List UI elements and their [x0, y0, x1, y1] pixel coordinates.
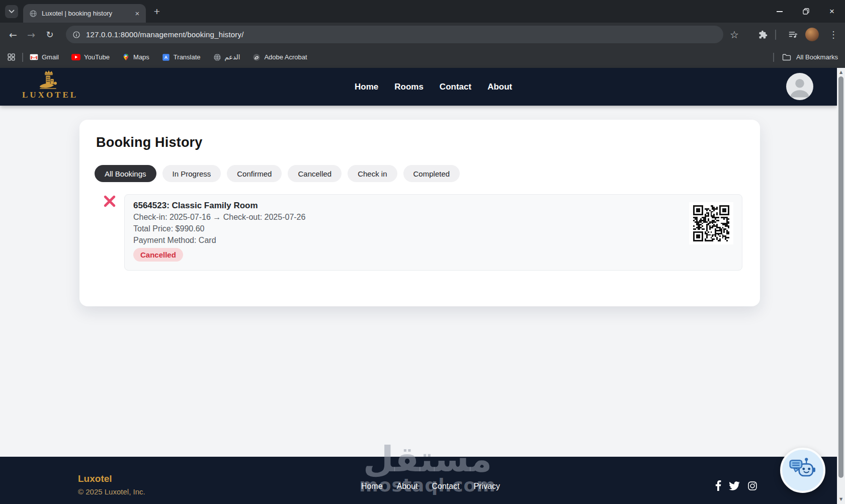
booking-dates: Check-in: 2025-07-16 → Check-out: 2025-0…	[133, 213, 305, 222]
window-minimize-button[interactable]	[767, 0, 793, 23]
qr-code-image	[693, 205, 729, 241]
nav-home[interactable]: Home	[355, 82, 378, 92]
bookmarks-bar: Gmail YouTube Maps A Translate الدعم Ado…	[0, 46, 845, 68]
back-button[interactable]: ←	[5, 23, 21, 46]
instagram-icon[interactable]	[747, 481, 757, 491]
minimize-icon	[777, 11, 783, 12]
address-bar[interactable]: 127.0.0.1:8000/management/booking_histor…	[66, 26, 723, 43]
twitter-icon[interactable]	[729, 481, 740, 490]
chatbot-button[interactable]	[780, 448, 825, 493]
tab-search-button[interactable]	[5, 5, 18, 18]
adobe-acrobat-icon	[252, 53, 261, 61]
browser-window: Luxotel | booking history × + × ← → ↻ 12…	[0, 0, 845, 504]
nav-contact[interactable]: Contact	[440, 82, 471, 92]
site-footer: Luxotel © 2025 Luxotel, Inc. Home About …	[0, 457, 837, 504]
site-info-icon[interactable]	[72, 31, 80, 39]
browser-menu-icon[interactable]: ⋮	[825, 23, 841, 46]
globe-favicon-icon	[29, 10, 37, 18]
footer-link-privacy[interactable]: Privacy	[474, 482, 500, 491]
apps-grid-icon[interactable]	[7, 53, 16, 61]
youtube-icon	[71, 54, 80, 60]
filter-completed[interactable]: Completed	[403, 165, 460, 182]
footer-copyright: © 2025 Luxotel, Inc.	[78, 487, 145, 496]
booking-history-card: Booking History All Bookings In Progress…	[79, 120, 760, 306]
tab-title: Luxotel | booking history	[42, 10, 128, 17]
robot-icon	[788, 456, 817, 485]
luxotel-building-icon	[34, 69, 62, 90]
window-restore-button[interactable]	[793, 0, 819, 23]
bookmark-adobe-acrobat[interactable]: Adobe Acrobat	[252, 53, 307, 61]
red-x-icon	[103, 194, 117, 208]
browser-profile-avatar[interactable]	[805, 28, 819, 41]
globe-icon	[213, 53, 221, 61]
filter-all-bookings[interactable]: All Bookings	[95, 165, 156, 182]
filter-confirmed[interactable]: Confirmed	[227, 165, 282, 182]
person-icon	[786, 73, 813, 100]
status-badge: Cancelled	[133, 248, 183, 262]
nav-about[interactable]: About	[487, 82, 512, 92]
browser-toolbar: ← → ↻ 127.0.0.1:8000/management/booking_…	[0, 23, 845, 46]
media-controls-icon[interactable]	[785, 23, 801, 46]
main-nav: Home Rooms Contact About	[355, 68, 512, 106]
tab-strip: Luxotel | booking history × + ×	[0, 0, 845, 23]
translate-icon: A	[162, 53, 170, 61]
facebook-icon[interactable]	[715, 480, 721, 491]
delete-booking-button[interactable]	[103, 194, 117, 208]
nav-rooms[interactable]: Rooms	[394, 82, 424, 92]
bookmark-star-icon[interactable]: ☆	[726, 23, 742, 46]
filter-in-progress[interactable]: In Progress	[162, 165, 221, 182]
chevron-down-icon	[9, 10, 15, 14]
booking-item: 6564523: Classic Family Room Check-in: 2…	[124, 194, 742, 271]
toolbar-separator	[775, 30, 776, 40]
footer-link-home[interactable]: Home	[361, 482, 383, 491]
bookmark-translate[interactable]: A Translate	[162, 53, 201, 61]
svg-text:A: A	[164, 55, 168, 60]
bookmark-gmail[interactable]: Gmail	[30, 53, 59, 61]
browser-tab[interactable]: Luxotel | booking history ×	[23, 4, 146, 23]
filter-cancelled[interactable]: Cancelled	[288, 165, 342, 182]
footer-link-about[interactable]: About	[397, 482, 418, 491]
brand-name: LUXOTEL	[22, 90, 74, 100]
bookmark-youtube[interactable]: YouTube	[71, 53, 110, 61]
extensions-icon[interactable]	[755, 23, 771, 46]
gmail-icon	[30, 54, 38, 60]
scroll-up-icon[interactable]: ▲	[837, 69, 845, 76]
footer-link-contact[interactable]: Contact	[432, 482, 460, 491]
scrollbar-thumb[interactable]	[838, 76, 843, 478]
scroll-down-icon[interactable]: ▼	[837, 496, 845, 503]
all-bookmarks-button[interactable]: All Bookmarks	[773, 53, 838, 62]
luxotel-logo[interactable]: LUXOTEL	[22, 69, 74, 100]
site-header: LUXOTEL Home Rooms Contact About	[0, 68, 837, 106]
maps-pin-icon	[122, 53, 130, 61]
tab-close-icon[interactable]: ×	[133, 9, 142, 18]
reload-button[interactable]: ↻	[42, 23, 58, 46]
booking-total-price: Total Price: $990.60	[133, 224, 204, 233]
folder-icon	[782, 53, 791, 61]
user-avatar[interactable]	[786, 73, 813, 100]
url-text: 127.0.0.1:8000/management/booking_histor…	[86, 30, 244, 39]
booking-title: 6564523: Classic Family Room	[133, 201, 258, 211]
footer-brand: Luxotel	[78, 473, 112, 484]
window-close-button[interactable]: ×	[819, 0, 845, 23]
bookmarks-separator	[22, 53, 23, 62]
bookmark-support[interactable]: الدعم	[213, 53, 240, 61]
page-title: Booking History	[96, 135, 203, 150]
web-page: LUXOTEL Home Rooms Contact About Booking…	[0, 68, 845, 504]
new-tab-button[interactable]: +	[150, 5, 164, 19]
booking-qr-code	[689, 202, 733, 244]
forward-button[interactable]: →	[23, 23, 39, 46]
filter-check-in[interactable]: Check in	[348, 165, 397, 182]
bookmark-maps[interactable]: Maps	[122, 53, 149, 61]
page-scrollbar[interactable]: ▲ ▼	[837, 68, 845, 504]
footer-links: Home About Contact Privacy	[361, 482, 500, 491]
window-controls: ×	[767, 0, 845, 23]
filter-chips: All Bookings In Progress Confirmed Cance…	[95, 165, 460, 182]
restore-icon	[803, 8, 809, 15]
social-links	[715, 480, 757, 491]
booking-payment-method: Payment Method: Card	[133, 236, 216, 245]
